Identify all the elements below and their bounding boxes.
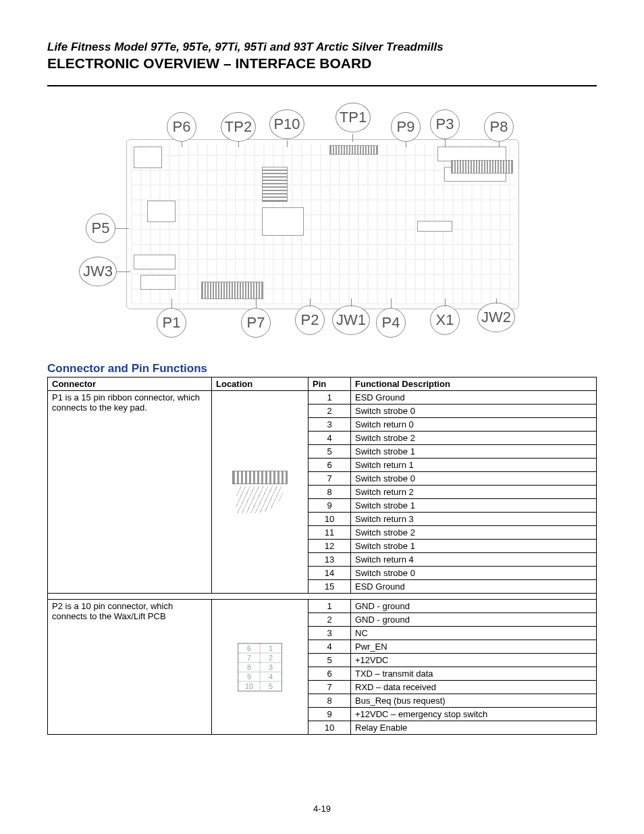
page-title: ELECTRONIC OVERVIEW – INTERFACE BOARD bbox=[47, 55, 597, 72]
pin-number: 6 bbox=[308, 459, 351, 472]
callout-p5: P5 bbox=[86, 213, 115, 243]
pin-desc: Switch return 1 bbox=[351, 459, 597, 472]
pin-desc: Switch return 4 bbox=[351, 553, 597, 567]
callout-jw3: JW3 bbox=[79, 257, 117, 286]
callout-p10: P10 bbox=[269, 109, 304, 139]
pcb-diagram: P6 TP2 P10 TP1 P9 P3 P8 P5 JW3 P1 P7 P2 … bbox=[52, 99, 592, 342]
pin-number: 4 bbox=[308, 432, 351, 445]
callout-p3: P3 bbox=[430, 109, 460, 139]
pin-desc: Switch return 0 bbox=[351, 418, 597, 432]
title-divider bbox=[47, 85, 597, 86]
callout-x1: X1 bbox=[430, 305, 460, 335]
pin-desc: ESD Ground bbox=[351, 391, 597, 405]
connector-desc: P2 is a 10 pin connector, which connects… bbox=[48, 600, 212, 735]
table-row: P2 is a 10 pin connector, which connects… bbox=[48, 600, 597, 613]
pin-desc: Pwr_EN bbox=[351, 640, 597, 654]
col-pin: Pin bbox=[308, 377, 351, 391]
pin-number: 13 bbox=[308, 553, 351, 567]
callout-p4: P4 bbox=[376, 308, 406, 338]
page-number: 4-19 bbox=[0, 804, 644, 814]
pin-desc: ESD Ground bbox=[351, 580, 597, 594]
pin-functions-table: Connector Location Pin Functional Descri… bbox=[47, 377, 597, 735]
pin-number: 3 bbox=[308, 627, 351, 640]
pin-desc: GND - ground bbox=[351, 600, 597, 613]
callout-p7: P7 bbox=[241, 308, 271, 338]
pin-desc: Switch strobe 2 bbox=[351, 526, 597, 540]
pin-number: 15 bbox=[308, 580, 351, 594]
pin-desc: Switch strobe 2 bbox=[351, 432, 597, 445]
pin-desc: RXD – data received bbox=[351, 681, 597, 694]
pin-desc: Switch strobe 0 bbox=[351, 567, 597, 580]
pin-desc: Switch return 2 bbox=[351, 486, 597, 499]
pin-desc: TXD – transmit data bbox=[351, 667, 597, 681]
callout-tp2: TP2 bbox=[221, 112, 256, 142]
callout-jw1: JW1 bbox=[332, 305, 370, 335]
location-illustration: 61728394105 bbox=[212, 600, 308, 735]
pin-desc: +12VDC bbox=[351, 654, 597, 667]
pin-number: 1 bbox=[308, 391, 351, 405]
pin-desc: Switch return 3 bbox=[351, 513, 597, 526]
model-line: Life Fitness Model 97Te, 95Te, 97Ti, 95T… bbox=[47, 41, 597, 54]
pin-number: 2 bbox=[308, 405, 351, 418]
section-title: Connector and Pin Functions bbox=[47, 362, 597, 375]
pin-desc: +12VDC – emergency stop switch bbox=[351, 708, 597, 721]
col-location: Location bbox=[212, 377, 308, 391]
pin-number: 7 bbox=[308, 681, 351, 694]
pin-number: 12 bbox=[308, 540, 351, 553]
pin-desc: Relay Enable bbox=[351, 721, 597, 735]
callout-p2: P2 bbox=[295, 305, 325, 335]
pin-number: 2 bbox=[308, 613, 351, 627]
pcb-board bbox=[126, 139, 519, 309]
callout-tp1: TP1 bbox=[336, 103, 371, 132]
pin-desc: NC bbox=[351, 627, 597, 640]
callout-p8: P8 bbox=[484, 112, 514, 142]
pin-number: 7 bbox=[308, 472, 351, 486]
location-illustration bbox=[212, 391, 308, 594]
pin-number: 8 bbox=[308, 486, 351, 499]
pin-number: 11 bbox=[308, 526, 351, 540]
pin-number: 4 bbox=[308, 640, 351, 654]
spacer-row bbox=[48, 594, 597, 600]
connector-desc: P1 is a 15 pin ribbon connector, which c… bbox=[48, 391, 212, 594]
pin-number: 9 bbox=[308, 499, 351, 513]
pin-number: 5 bbox=[308, 445, 351, 459]
pin-number: 8 bbox=[308, 694, 351, 708]
pin-desc: Switch strobe 1 bbox=[351, 445, 597, 459]
pin-number: 6 bbox=[308, 667, 351, 681]
callout-p1: P1 bbox=[157, 308, 186, 338]
pin-desc: Switch strobe 0 bbox=[351, 405, 597, 418]
pin-desc: GND - ground bbox=[351, 613, 597, 627]
pin-number: 10 bbox=[308, 721, 351, 735]
pin-number: 3 bbox=[308, 418, 351, 432]
col-connector: Connector bbox=[48, 377, 212, 391]
callout-p6: P6 bbox=[167, 112, 196, 142]
pin-desc: Switch strobe 1 bbox=[351, 540, 597, 553]
pin-number: 5 bbox=[308, 654, 351, 667]
col-desc: Functional Description bbox=[351, 377, 597, 391]
callout-jw2: JW2 bbox=[477, 303, 515, 332]
pin-number: 1 bbox=[308, 600, 351, 613]
table-row: P1 is a 15 pin ribbon connector, which c… bbox=[48, 391, 597, 405]
pin-desc: Switch strobe 0 bbox=[351, 472, 597, 486]
callout-p9: P9 bbox=[391, 112, 421, 142]
pin-desc: Switch strobe 1 bbox=[351, 499, 597, 513]
pin-number: 9 bbox=[308, 708, 351, 721]
pin-desc: Bus_Req (bus request) bbox=[351, 694, 597, 708]
pin-number: 10 bbox=[308, 513, 351, 526]
pin-number: 14 bbox=[308, 567, 351, 580]
